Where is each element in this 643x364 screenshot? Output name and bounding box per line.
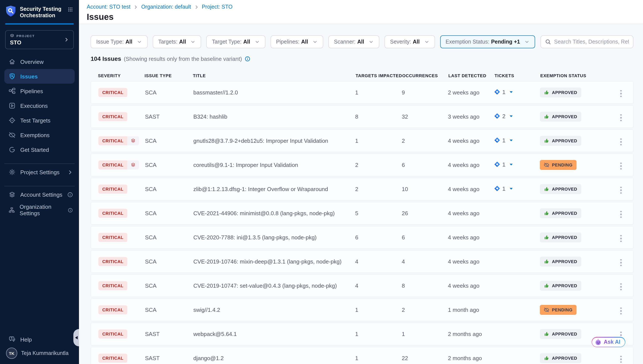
sidebar-item-project-settings[interactable]: Project Settings	[0, 165, 79, 180]
issue-type: SCA	[145, 282, 193, 289]
table-row[interactable]: CRITICAL SCA bassmaster//1.2.0 1 9 2 wee…	[91, 81, 633, 104]
row-menu-button[interactable]	[617, 185, 624, 195]
row-menu-button[interactable]	[617, 282, 624, 292]
filter-scanner[interactable]: Scanner:All	[328, 35, 379, 48]
column-header: SEVERITY	[98, 73, 145, 78]
filter-target-type[interactable]: Target Type:All	[206, 35, 265, 48]
table-row[interactable]: CRITICAL SCA zlib@1:1.2.13.dfsg-1: Integ…	[91, 178, 633, 200]
issue-type: SCA	[145, 162, 193, 168]
column-header: TITLE	[193, 73, 356, 78]
sidebar-item-label: Test Targets	[20, 117, 51, 124]
row-menu-button[interactable]	[617, 136, 624, 147]
ticket-link[interactable]: 1	[494, 161, 513, 168]
issue-title: django@1.2	[193, 355, 355, 362]
ticket-link[interactable]: 1	[494, 89, 513, 95]
exemption-status-badge: APPROVED	[540, 88, 581, 98]
row-menu-button[interactable]	[617, 354, 624, 364]
jira-icon	[494, 89, 500, 95]
sidebar-item-overview[interactable]: Overview	[0, 54, 79, 69]
sidebar-item-pipelines[interactable]: Pipelines	[0, 84, 79, 98]
tickets-cell: 1	[494, 89, 540, 96]
sidebar-item-issues[interactable]: Issues	[4, 69, 75, 84]
last-detected: 4 weeks ago	[448, 258, 494, 265]
row-menu-button[interactable]	[617, 233, 624, 244]
table-row[interactable]: CRITICAL SCA swig//1.4.2 1 2 1 month ago…	[91, 298, 633, 321]
breadcrumb-link[interactable]: Organization: default	[141, 4, 191, 10]
severity-badge: CRITICAL	[98, 354, 127, 363]
filter-targets[interactable]: Targets:All	[153, 35, 201, 48]
module-switcher-icon[interactable]	[67, 5, 74, 12]
row-menu-button[interactable]	[617, 112, 624, 123]
sidebar-item-label: Overview	[20, 58, 44, 65]
info-icon[interactable]	[68, 207, 73, 213]
caret-down-icon	[509, 186, 513, 191]
sidebar-item-account-settings[interactable]: Account Settings	[0, 187, 79, 202]
exemption-status-cell: APPROVED	[540, 232, 617, 242]
home-icon	[9, 58, 16, 65]
row-menu-button[interactable]	[617, 88, 624, 99]
user-profile[interactable]: TK Teja Kummarikuntla	[0, 347, 79, 364]
sidebar-collapse-handle[interactable]	[73, 329, 79, 346]
table-row[interactable]: CRITICAL SAST B324: hashlib 8 32 3 weeks…	[91, 105, 633, 128]
ticket-link[interactable]: 2	[494, 113, 513, 120]
table-row[interactable]: CRITICAL SCA gnutls28@3.7.9-2+deb12u5: I…	[91, 130, 633, 152]
thumbs-up-icon	[544, 210, 549, 216]
exemption-status-badge: APPROVED	[540, 281, 581, 291]
filter-pipelines[interactable]: Pipelines:All	[270, 35, 323, 48]
sidebar-item-get-started[interactable]: Get Started	[0, 142, 79, 157]
filter-label: Scanner:	[334, 39, 356, 45]
issue-title: swig//1.4.2	[193, 307, 355, 313]
project-selector[interactable]: PROJECT STO	[5, 30, 74, 49]
info-icon[interactable]	[67, 192, 73, 197]
sidebar-item-exemptions[interactable]: Exemptions	[0, 128, 79, 142]
severity-badge: CRITICAL	[98, 257, 127, 266]
organization-settings-label: Organization Settings	[20, 204, 68, 216]
ticket-link[interactable]: 1	[494, 186, 513, 192]
chevron-down-icon	[137, 39, 142, 44]
table-row[interactable]: CRITICAL SCA CVE-2019-10746: mixin-deep@…	[91, 250, 633, 273]
grouped-issues-indicator	[127, 160, 139, 170]
filter-value: All	[243, 39, 250, 45]
ask-ai-button[interactable]: Ask AI	[591, 337, 625, 347]
user-name: Teja Kummarikuntla	[21, 350, 69, 356]
severity-cell: CRITICAL	[98, 88, 145, 97]
table-body: CRITICAL SCA bassmaster//1.2.0 1 9 2 wee…	[91, 81, 633, 364]
avatar: TK	[6, 348, 17, 359]
last-detected: 1 month ago	[448, 307, 494, 313]
sidebar-item-help[interactable]: Help	[0, 332, 79, 347]
ticket-link[interactable]: 1	[494, 137, 513, 144]
chevron-down-icon	[190, 39, 196, 44]
filter-severity[interactable]: Severity:All	[384, 35, 435, 48]
table-row[interactable]: CRITICAL SCA coreutils@9.1-1: Improper I…	[91, 154, 633, 176]
row-menu-button[interactable]	[617, 257, 624, 268]
sidebar-divider	[4, 186, 75, 186]
table-row[interactable]: CRITICAL SCA CVE-2019-10747: set-value@0…	[91, 274, 633, 297]
targets-impacted: 1	[355, 89, 402, 96]
jira-icon	[494, 162, 500, 168]
breadcrumb-link[interactable]: Project: STO	[202, 4, 233, 10]
filter-exemption-status[interactable]: Exemption Status:Pending +1	[440, 35, 535, 48]
filter-value: All	[179, 39, 186, 45]
exemption-status-badge: APPROVED	[540, 184, 581, 194]
row-menu-button[interactable]	[617, 306, 624, 316]
cube-icon	[10, 34, 14, 38]
exemption-status-cell: APPROVED	[540, 281, 617, 291]
exemption-status-cell: APPROVED	[540, 136, 617, 146]
table-row[interactable]: CRITICAL SAST webpack@5.64.1 1 1 2 month…	[91, 322, 633, 346]
table-row[interactable]: CRITICAL SAST django@1.2 1 22 2 months a…	[91, 347, 633, 364]
filter-issue-type[interactable]: Issue Type:All	[91, 35, 147, 48]
severity-badge: CRITICAL	[98, 184, 127, 194]
severity-cell: CRITICAL	[98, 184, 145, 194]
row-menu-button[interactable]	[617, 161, 624, 171]
search-input[interactable]	[554, 39, 629, 45]
table-row[interactable]: CRITICAL SCA CVE-2021-44906: minimist@0.…	[91, 202, 633, 225]
sidebar-item-test-targets[interactable]: Test Targets	[0, 113, 79, 128]
row-menu-button[interactable]	[617, 209, 624, 220]
sidebar-item-executions[interactable]: Executions	[0, 98, 79, 113]
breadcrumb-link[interactable]: Account: STO test	[87, 4, 130, 10]
issue-title: zlib@1:1.2.13.dfsg-1: Integer Overflow o…	[193, 186, 355, 192]
info-icon[interactable]	[244, 56, 250, 62]
table-row[interactable]: CRITICAL SCA CVE-2020-7788: ini@1.3.5 (l…	[91, 226, 633, 249]
sidebar-item-organization-settings[interactable]: Organization Settings	[0, 203, 79, 217]
layers-icon	[130, 138, 136, 144]
